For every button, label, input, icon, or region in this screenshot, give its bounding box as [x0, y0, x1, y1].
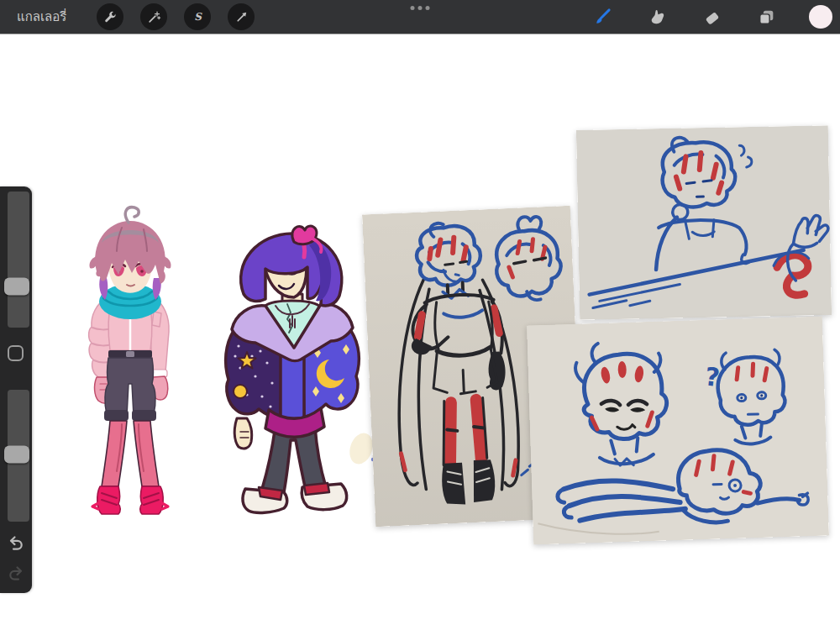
- paint-tools-group: [587, 0, 840, 34]
- artwork-character-star-jacket: [222, 220, 363, 521]
- color-button[interactable]: [806, 2, 836, 32]
- arrow-cursor-icon: [234, 10, 249, 24]
- modify-button[interactable]: [8, 345, 24, 361]
- smudge-finger-icon: [647, 7, 668, 28]
- color-swatch-circle: [809, 5, 832, 29]
- layers-icon: [756, 7, 777, 28]
- undo-button[interactable]: [6, 533, 26, 553]
- procreate-canvas-screen: ? แกลเลอรี่: [0, 0, 840, 630]
- eraser-tool-button[interactable]: [696, 2, 727, 32]
- brush-opacity-handle[interactable]: [4, 445, 29, 463]
- transform-button[interactable]: [228, 3, 255, 30]
- photo-expression-sketches: ?: [527, 317, 829, 545]
- brush-size-slider[interactable]: [8, 192, 29, 328]
- adjustments-button[interactable]: [140, 3, 167, 30]
- svg-text:S: S: [194, 11, 202, 23]
- smudge-tool-button[interactable]: [642, 2, 672, 32]
- s-ribbon-icon: S: [191, 10, 205, 24]
- eraser-icon: [701, 7, 722, 28]
- wrench-icon: [103, 10, 118, 24]
- photo-leaning-sketch: [576, 125, 832, 320]
- brush-opacity-slider[interactable]: [8, 390, 29, 522]
- gallery-button[interactable]: แกลเลอรี่: [17, 7, 66, 27]
- actions-button[interactable]: [97, 3, 123, 30]
- brush-icon: [591, 6, 613, 28]
- toolbar: แกลเลอรี่ S: [0, 0, 840, 34]
- magic-wand-icon: [147, 10, 161, 24]
- layers-button[interactable]: [751, 2, 781, 32]
- brush-sidebar: [0, 186, 32, 593]
- drawing-canvas[interactable]: ?: [0, 0, 840, 630]
- artwork-character-pink-scarf: [63, 204, 197, 523]
- redo-button[interactable]: [6, 563, 26, 583]
- selection-button[interactable]: S: [184, 3, 211, 30]
- canvas-options-handle[interactable]: [411, 6, 430, 10]
- brush-tool-button[interactable]: [587, 2, 617, 32]
- brush-size-handle[interactable]: [4, 278, 29, 296]
